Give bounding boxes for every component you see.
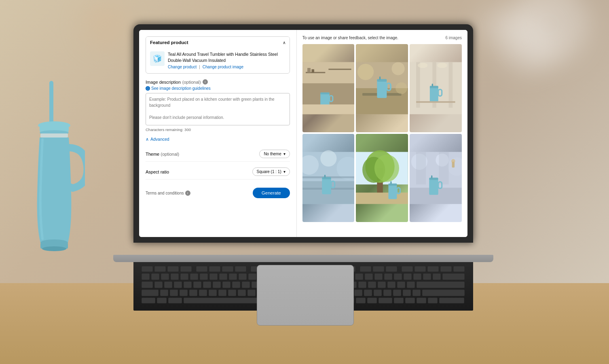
svg-point-20 <box>396 83 408 94</box>
svg-rect-60 <box>429 179 439 195</box>
theme-chevron-icon: ▾ <box>283 152 285 156</box>
svg-rect-6 <box>311 69 314 72</box>
laptop-base <box>113 255 493 262</box>
svg-rect-92 <box>161 273 169 280</box>
svg-rect-10 <box>302 104 355 114</box>
svg-rect-161 <box>247 290 256 296</box>
product-row: 🧊 Teal All Around Travel Tumbler with Ha… <box>146 48 290 73</box>
advanced-toggle[interactable]: ∧ Advanced <box>146 137 290 142</box>
image-description-textarea[interactable] <box>146 93 290 125</box>
image-2[interactable] <box>356 44 408 132</box>
svg-rect-194 <box>428 298 438 303</box>
svg-rect-119 <box>423 273 431 280</box>
featured-product-header: Featured product ∧ <box>146 37 290 48</box>
svg-point-34 <box>320 150 336 167</box>
svg-rect-87 <box>427 266 439 272</box>
svg-rect-188 <box>356 298 366 303</box>
image-6[interactable] <box>410 134 462 222</box>
svg-rect-88 <box>440 266 452 272</box>
svg-rect-7 <box>320 93 330 106</box>
generate-button[interactable]: Generate <box>253 188 290 198</box>
image-5[interactable] <box>356 134 408 222</box>
svg-rect-4 <box>328 69 351 70</box>
tumbler <box>20 81 85 260</box>
svg-rect-151 <box>142 290 159 296</box>
svg-rect-83 <box>373 266 384 272</box>
svg-rect-51 <box>389 184 397 186</box>
svg-rect-116 <box>394 273 402 280</box>
svg-rect-192 <box>405 298 415 303</box>
right-instruction: To use an image or share feedback, selec… <box>302 36 398 40</box>
image-description-label: Image description <box>146 80 181 85</box>
svg-rect-24 <box>449 62 453 108</box>
svg-rect-149 <box>407 281 415 288</box>
svg-point-31 <box>438 63 447 68</box>
svg-rect-89 <box>453 266 465 272</box>
svg-rect-157 <box>209 290 217 296</box>
svg-rect-14 <box>377 80 387 98</box>
svg-rect-127 <box>193 281 201 288</box>
svg-rect-114 <box>374 273 383 280</box>
svg-rect-126 <box>184 281 192 288</box>
aspect-ratio-dropdown[interactable]: Square (1 : 1) ▾ <box>252 167 290 176</box>
svg-rect-72 <box>222 266 233 272</box>
svg-rect-118 <box>413 273 421 280</box>
svg-point-203 <box>42 246 66 251</box>
svg-rect-86 <box>414 266 426 272</box>
image-4[interactable] <box>302 134 355 222</box>
image-1[interactable] <box>302 44 355 132</box>
change-product-link[interactable]: Change product <box>168 65 197 69</box>
terms-conditions: Terms and conditions i <box>146 190 190 196</box>
theme-dropdown[interactable]: No theme ▾ <box>259 150 290 158</box>
aspect-ratio-chevron-icon: ▾ <box>283 169 285 174</box>
svg-rect-25 <box>430 87 438 102</box>
svg-rect-39 <box>322 178 331 194</box>
svg-rect-16 <box>377 79 387 81</box>
laptop-lid: Featured product ∧ 🧊 Teal All Around Tra… <box>133 24 473 243</box>
theme-optional: (optional) <box>161 152 179 157</box>
svg-rect-130 <box>222 281 230 288</box>
terms-info-icon: i <box>185 190 190 196</box>
svg-rect-22 <box>416 62 420 108</box>
svg-rect-113 <box>365 273 373 280</box>
laptop-screen: Featured product ∧ 🧊 Teal All Around Tra… <box>139 30 467 237</box>
svg-rect-191 <box>394 298 404 303</box>
svg-point-47 <box>374 154 399 182</box>
svg-rect-152 <box>160 290 168 296</box>
svg-rect-96 <box>200 273 208 280</box>
svg-rect-122 <box>142 281 153 288</box>
right-panel: To use an image or share feedback, selec… <box>297 30 467 237</box>
image-grid <box>302 44 462 222</box>
svg-rect-84 <box>386 266 397 272</box>
image-3[interactable] <box>410 44 462 132</box>
svg-rect-147 <box>387 281 395 288</box>
svg-rect-182 <box>168 298 182 303</box>
touchpad[interactable] <box>257 265 354 326</box>
svg-rect-181 <box>157 298 167 303</box>
svg-rect-57 <box>416 152 426 184</box>
theme-value: No theme <box>264 152 281 156</box>
svg-rect-112 <box>355 273 363 280</box>
svg-rect-173 <box>364 290 372 296</box>
svg-rect-27 <box>430 86 438 88</box>
aspect-ratio-value: Square (1 : 1) <box>257 169 281 174</box>
svg-rect-148 <box>397 281 405 288</box>
svg-rect-120 <box>433 273 441 280</box>
svg-rect-160 <box>238 290 246 296</box>
images-count: 6 images <box>445 36 462 40</box>
svg-rect-68 <box>167 266 179 272</box>
featured-product-chevron[interactable]: ∧ <box>283 40 285 45</box>
svg-point-19 <box>392 62 405 75</box>
svg-point-18 <box>358 64 374 80</box>
link-separator: | <box>199 65 200 69</box>
svg-rect-82 <box>360 266 371 272</box>
svg-rect-69 <box>180 266 192 272</box>
image-description-label-row: Image description (optional) i <box>146 79 290 85</box>
change-product-image-link[interactable]: Change product image <box>203 65 243 69</box>
svg-rect-66 <box>142 266 153 272</box>
svg-rect-9 <box>320 92 330 94</box>
svg-rect-70 <box>196 266 207 272</box>
guidelines-link[interactable]: ⓘ See image description guidelines <box>146 86 290 91</box>
svg-rect-179 <box>422 290 465 296</box>
svg-rect-67 <box>154 266 166 272</box>
